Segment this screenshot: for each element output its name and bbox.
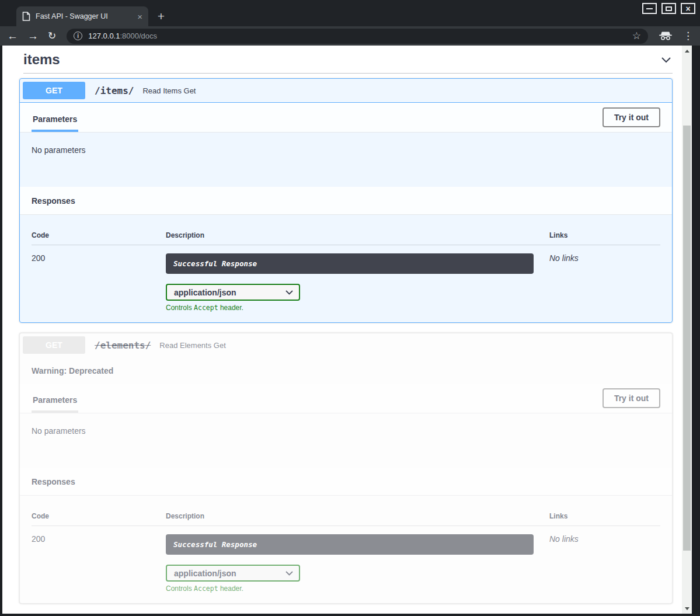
media-type-select[interactable]: application/json (166, 565, 300, 582)
close-icon: × (685, 5, 690, 13)
chevron-down-icon[interactable] (660, 53, 673, 66)
scrollbar[interactable] (682, 46, 692, 614)
api-section-header[interactable]: items (23, 51, 673, 68)
response-row: 200 Successful Response application/json… (32, 245, 660, 312)
section-divider (23, 73, 673, 74)
endpoint-path: /items/ (95, 85, 134, 96)
responses-title: Responses (32, 477, 75, 486)
url-host: 127.0.0.1 (88, 32, 120, 40)
tab-parameters[interactable]: Parameters (32, 106, 78, 132)
tab-title: Fast API - Swagger UI (36, 12, 134, 20)
media-type-value: application/json (174, 288, 236, 297)
endpoint-summary: Read Elements Get (159, 341, 225, 350)
maximize-icon (666, 6, 672, 11)
response-code: 200 (32, 534, 166, 544)
media-type-select[interactable]: application/json (166, 284, 300, 301)
response-description-cell: Successful Response application/json Con… (166, 534, 534, 593)
scrollbar-down-icon[interactable] (682, 604, 692, 612)
kebab-menu-icon[interactable]: ⋮ (683, 30, 693, 42)
opblock-summary[interactable]: GET /items/ Read Items Get (20, 79, 672, 103)
no-parameters-text: No parameters (32, 426, 86, 436)
try-it-out-button[interactable]: Try it out (603, 388, 660, 408)
parameters-header: Parameters Try it out (20, 384, 672, 413)
responses-title: Responses (32, 196, 75, 206)
back-icon[interactable]: ← (7, 30, 18, 41)
responses-body: Code Description Links 200 Successful Re… (20, 215, 672, 322)
responses-header: Responses (20, 468, 672, 496)
description-column-header: Description (166, 231, 534, 239)
response-links: No links (534, 534, 660, 544)
responses-table-header: Code Description Links (32, 231, 660, 245)
description-column-header: Description (166, 512, 534, 520)
swagger-page: items GET /items/ Read Items Get Paramet… (2, 46, 682, 614)
browser-tab[interactable]: Fast API - Swagger UI × (16, 6, 148, 26)
no-parameters-text: No parameters (32, 145, 86, 155)
endpoint-summary: Read Items Get (142, 86, 196, 95)
method-badge: GET (23, 336, 85, 354)
response-description-cell: Successful Response application/json Con… (166, 253, 534, 312)
accept-header-hint: Controls Accept header. (166, 304, 534, 312)
browser-window: Fast API - Swagger UI × + × ← → ↻ i 127.… (0, 0, 700, 616)
incognito-icon (659, 32, 673, 40)
select-chevron-icon (285, 571, 293, 576)
new-tab-button[interactable]: + (153, 8, 169, 25)
response-description: Successful Response (166, 534, 534, 555)
response-code: 200 (32, 253, 166, 263)
section-title: items (23, 51, 60, 68)
try-it-out-button[interactable]: Try it out (603, 107, 660, 127)
url-path: :8000/docs (120, 32, 157, 40)
bookmark-star-icon[interactable]: ☆ (632, 30, 641, 42)
forward-icon[interactable]: → (27, 30, 39, 41)
tab-parameters[interactable]: Parameters (32, 387, 78, 413)
site-info-icon[interactable]: i (74, 32, 82, 40)
parameters-header: Parameters Try it out (20, 103, 672, 133)
deprecated-warning: Warning: Deprecated (20, 357, 672, 384)
scrollbar-up-icon[interactable] (682, 47, 692, 55)
code-column-header: Code (32, 231, 166, 239)
window-controls: × (642, 3, 695, 14)
page-viewport: items GET /items/ Read Items Get Paramet… (2, 46, 692, 614)
opblock-summary[interactable]: GET /elements/ Read Elements Get (20, 333, 672, 357)
method-badge: GET (23, 82, 85, 99)
minimize-icon (646, 8, 653, 9)
code-column-header: Code (32, 512, 166, 520)
tab-close-icon[interactable]: × (137, 12, 142, 22)
response-links: No links (534, 253, 660, 263)
titlebar: Fast API - Swagger UI × + × (0, 0, 700, 26)
links-column-header: Links (534, 231, 660, 239)
parameters-body: No parameters (20, 133, 672, 187)
select-chevron-icon (285, 290, 293, 295)
opblock-get-elements-deprecated: GET /elements/ Read Elements Get Warning… (19, 333, 673, 604)
address-bar[interactable]: i 127.0.0.1 :8000/docs ☆ (67, 29, 648, 44)
response-row: 200 Successful Response application/json… (32, 526, 660, 593)
response-description: Successful Response (166, 253, 534, 274)
close-button[interactable]: × (681, 3, 695, 14)
scrollbar-thumb[interactable] (683, 126, 691, 551)
links-column-header: Links (534, 512, 660, 520)
media-type-value: application/json (174, 569, 236, 578)
responses-header: Responses (20, 187, 672, 215)
page-favicon-icon (22, 12, 30, 21)
reload-icon[interactable]: ↻ (48, 31, 56, 41)
browser-toolbar: ← → ↻ i 127.0.0.1 :8000/docs ☆ ⋮ (0, 26, 700, 46)
minimize-button[interactable] (642, 3, 657, 14)
responses-table-header: Code Description Links (32, 512, 660, 526)
maximize-button[interactable] (661, 3, 676, 14)
responses-body: Code Description Links 200 Successful Re… (20, 496, 672, 603)
parameters-body: No parameters (20, 413, 672, 468)
endpoint-path: /elements/ (95, 340, 151, 351)
accept-header-hint: Controls Accept header. (166, 584, 534, 593)
opblock-get-items: GET /items/ Read Items Get Parameters Tr… (19, 78, 673, 323)
